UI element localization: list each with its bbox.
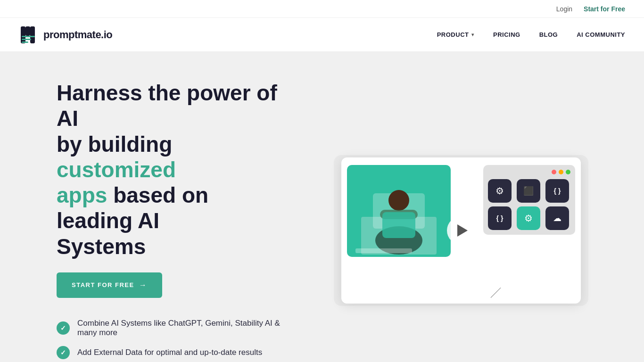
feature-text-1: Combine AI Systems like ChatGPT, Gemini,… xyxy=(77,319,288,337)
maximize-dot xyxy=(566,170,570,174)
video-panel xyxy=(347,165,451,257)
app-icon-gear: ⚙ xyxy=(488,179,512,203)
person-illustration xyxy=(347,165,451,257)
check-icon-1 xyxy=(57,321,70,335)
start-for-free-button[interactable]: START FOR FREE → xyxy=(57,272,162,298)
logo-text: promptmate.io xyxy=(43,29,112,41)
svg-rect-2 xyxy=(30,26,35,43)
top-bar-right: Login Start for Free xyxy=(556,5,625,13)
app-panel: ⚙ ⬛ { } { } ⚙ ☁ xyxy=(483,165,575,235)
minimize-dot xyxy=(559,170,563,174)
nav-blog[interactable]: BLOG xyxy=(539,31,558,38)
play-button[interactable] xyxy=(447,216,475,245)
app-icon-grid: ⚙ ⬛ { } { } ⚙ ☁ xyxy=(488,179,570,230)
hero-left: Harness the power of AIby building custo… xyxy=(57,80,288,362)
logo-icon xyxy=(19,23,43,47)
diagonal-deco xyxy=(491,288,501,298)
svg-point-9 xyxy=(388,190,409,211)
feature-list: Combine AI Systems like ChatGPT, Gemini,… xyxy=(57,319,288,362)
svg-rect-1 xyxy=(25,26,30,36)
nav-product[interactable]: PRODUCT ▾ xyxy=(437,31,474,38)
app-icon-braces-2: { } xyxy=(488,206,512,230)
monitor-base xyxy=(355,248,412,253)
app-icon-cube: ⬛ xyxy=(517,179,540,203)
app-icon-cloud: ☁ xyxy=(545,206,569,230)
check-icon-2 xyxy=(57,346,70,359)
svg-rect-4 xyxy=(22,39,31,40)
login-link[interactable]: Login xyxy=(556,5,572,13)
nav-pricing[interactable]: PRICING xyxy=(493,31,520,38)
hero-section: Harness the power of AIby building custo… xyxy=(0,52,644,362)
nav-ai-community[interactable]: AI COMMUNITY xyxy=(577,31,625,38)
hero-accent: customizedapps xyxy=(57,157,176,207)
top-bar: Login Start for Free xyxy=(0,0,644,18)
feature-item-1: Combine AI Systems like ChatGPT, Gemini,… xyxy=(57,319,288,337)
close-dot xyxy=(552,170,556,174)
illustration-outer-card: ⚙ ⬛ { } { } ⚙ ☁ xyxy=(334,155,588,306)
logo[interactable]: promptmate.io xyxy=(19,23,112,47)
arrow-icon: → xyxy=(139,281,148,289)
svg-rect-0 xyxy=(21,26,25,43)
chevron-down-icon: ▾ xyxy=(471,32,474,37)
app-icon-gear-teal: ⚙ xyxy=(517,206,540,230)
feature-item-2: Add External Data for optimal and up-to-… xyxy=(57,346,288,359)
navbar: promptmate.io PRODUCT ▾ PRICING BLOG AI … xyxy=(0,18,644,52)
window-controls xyxy=(488,170,570,174)
nav-links: PRODUCT ▾ PRICING BLOG AI COMMUNITY xyxy=(437,31,625,38)
svg-rect-3 xyxy=(22,36,35,37)
app-icon-braces-1: { } xyxy=(545,179,569,203)
illustration-inner-card: ⚙ ⬛ { } { } ⚙ ☁ xyxy=(341,157,581,304)
start-for-free-link-top[interactable]: Start for Free xyxy=(584,5,625,13)
hero-right: ⚙ ⬛ { } { } ⚙ ☁ xyxy=(316,155,606,306)
hero-title: Harness the power of AIby building custo… xyxy=(57,80,288,259)
svg-rect-11 xyxy=(382,212,415,238)
feature-text-2: Add External Data for optimal and up-to-… xyxy=(77,348,262,357)
svg-rect-5 xyxy=(22,41,28,43)
